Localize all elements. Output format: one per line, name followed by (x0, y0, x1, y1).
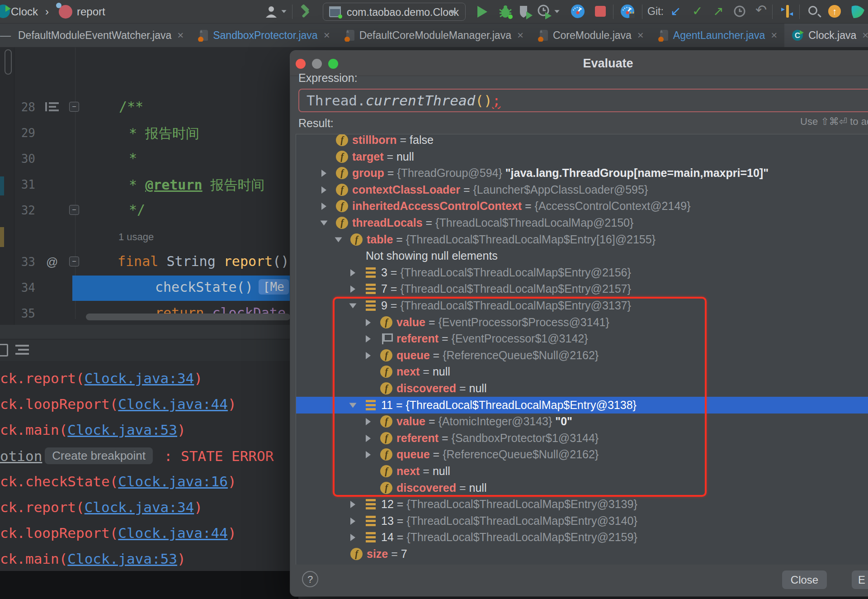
gutter-annotation-icon[interactable]: @ (46, 255, 58, 269)
tree-row[interactable]: 3 = {ThreadLocal$ThreadLocalMap$Entry@21… (296, 264, 868, 281)
stack-trace-link[interactable]: Clock.java:44 (118, 525, 228, 541)
tree-row[interactable]: fsize = 7 (296, 546, 868, 562)
help-button[interactable]: ? (302, 571, 318, 587)
search-icon[interactable] (808, 6, 817, 15)
chevron-collapsed-icon[interactable] (350, 269, 355, 276)
editor-tab-CoreModule.java[interactable]: CoreModule.java× (531, 24, 651, 47)
tree-row[interactable]: fcontextClassLoader = {Launcher$AppClass… (296, 181, 868, 198)
fold-marker-icon[interactable]: − (69, 257, 79, 266)
left-edge-panel (0, 48, 14, 325)
field-icon: f (336, 217, 348, 229)
evaluate-dialog-titlebar[interactable]: Evaluate (290, 51, 868, 76)
code-text: 1 usage (118, 228, 154, 243)
tab-label: SandboxProtector.java (213, 29, 317, 42)
chevron-collapsed-icon[interactable] (350, 534, 355, 541)
tree-row-text: 12 = {ThreadLocal$ThreadLocalMap$Entry@3… (381, 498, 637, 511)
stack-trace-link[interactable]: Clock.java:16 (118, 473, 228, 490)
updates-icon[interactable]: ↑ (828, 5, 841, 18)
stack-trace-line: ck.report(Clock.java:34) (0, 499, 298, 525)
rollback-icon[interactable]: ↶ (755, 4, 767, 16)
run-button[interactable] (477, 6, 487, 18)
git-push-icon[interactable]: ↗ (713, 5, 723, 18)
console-text: ) (228, 396, 236, 412)
profiler-caret[interactable] (554, 10, 559, 13)
tree-row[interactable]: 12 = {ThreadLocal$ThreadLocalMap$Entry@3… (296, 496, 868, 513)
build-hammer-icon[interactable] (298, 5, 313, 19)
tab-close-icon[interactable]: × (517, 29, 524, 42)
tab-close-icon[interactable]: × (771, 29, 777, 42)
tab-close-icon[interactable]: × (177, 29, 184, 42)
stack-trace-link[interactable]: Clock.java:34 (85, 499, 194, 515)
git-pull-icon[interactable]: ↙ (670, 5, 681, 18)
editor-horizontal-scrollbar[interactable] (86, 314, 290, 320)
annotation-highlight-box (333, 297, 707, 497)
profiler-run-icon[interactable] (537, 4, 553, 19)
editor-tab-Clock.java[interactable]: CClock.java× (784, 24, 868, 47)
tree-row[interactable]: fgroup = {ThreadGroup@594} "java.lang.Th… (296, 165, 868, 181)
editor-tab-AgentLauncher.java[interactable]: AgentLauncher.java× (651, 24, 784, 47)
left-scrollbar-thumb[interactable] (5, 49, 12, 75)
chevron-collapsed-icon[interactable] (321, 203, 326, 210)
tree-row[interactable]: finheritedAccessControlContext = {Access… (296, 198, 868, 214)
run-configuration-name: com.taobao.demo.Clock (347, 6, 459, 19)
toolbar-separator (613, 5, 613, 19)
git-commit-icon[interactable]: ✓ (692, 5, 703, 18)
field-icon: f (336, 134, 348, 146)
tab-close-icon[interactable]: × (862, 29, 868, 42)
stack-trace-link[interactable]: Clock.java:34 (85, 370, 194, 386)
tree-row[interactable]: 7 = {ThreadLocal$ThreadLocalMap$Entry@21… (296, 280, 868, 297)
tree-row[interactable]: fthreadLocals = {ThreadLocal$ThreadLocal… (296, 214, 868, 231)
console-text: ck.loopReport( (0, 396, 118, 412)
stop-button[interactable] (595, 6, 606, 17)
tab-close-icon[interactable]: × (637, 29, 644, 42)
chevron-collapsed-icon[interactable] (350, 285, 355, 293)
tree-row[interactable]: Not showing null elements (296, 247, 868, 264)
tree-row[interactable]: fstillborn = false (296, 134, 868, 148)
user-dropdown-caret[interactable] (281, 10, 286, 13)
editor-tab-DefaultModuleEventWatcher.java[interactable]: DefaultModuleEventWatcher.java× (11, 24, 191, 47)
console-text: ) (228, 473, 236, 490)
chevron-expanded-icon[interactable] (321, 221, 328, 226)
user-icon[interactable] (264, 5, 278, 19)
gutter-list-icon[interactable] (45, 102, 59, 113)
breadcrumb-method[interactable]: report (77, 5, 105, 18)
fold-marker-icon[interactable]: − (69, 205, 79, 215)
editor-tab-SandboxProtector.java[interactable]: SandboxProtector.java× (191, 24, 337, 47)
tree-row-text: threadLocals = {ThreadLocal$ThreadLocalM… (352, 216, 633, 229)
stack-trace-link[interactable]: Clock.java:53 (67, 422, 177, 438)
tree-row[interactable]: ftarget = null (296, 148, 868, 165)
tree-row[interactable]: ftable = {ThreadLocal$ThreadLocalMap$Ent… (296, 231, 868, 248)
chevron-expanded-icon[interactable] (335, 238, 342, 242)
stack-trace-line: ck.report(Clock.java:34) (0, 370, 298, 396)
inline-debugger-hint[interactable]: [Me (259, 279, 289, 295)
gutter-mark-olive (0, 227, 4, 247)
chevron-collapsed-icon[interactable] (321, 186, 326, 194)
analyze-gauge-icon[interactable] (571, 4, 585, 19)
breadcrumb-class[interactable]: Clock (11, 5, 38, 18)
create-breakpoint-button[interactable]: Create breakpoint (45, 447, 153, 464)
tree-row[interactable]: 13 = {ThreadLocal$ThreadLocalMap$Entry@3… (296, 513, 868, 529)
chevron-collapsed-icon[interactable] (350, 518, 355, 525)
tree-row[interactable]: 14 = {ThreadLocal$ThreadLocalMap$Entry@2… (296, 529, 868, 546)
diff-icon[interactable] (780, 4, 794, 19)
evaluate-button[interactable]: E (852, 570, 868, 589)
editor-line-30: 30* (0, 147, 290, 172)
run-coverage-icon[interactable] (518, 4, 533, 19)
close-button[interactable]: Close (782, 570, 827, 589)
stack-trace-link[interactable]: Clock.java:44 (118, 396, 228, 412)
tab-close-icon[interactable]: × (324, 29, 330, 42)
chevron-collapsed-icon[interactable] (350, 501, 355, 508)
layout-settings-icon[interactable] (15, 345, 29, 356)
expression-input[interactable]: Thread.currentThread(); (298, 89, 868, 112)
attach-profiler-icon[interactable] (619, 4, 637, 20)
console-view-icon[interactable] (0, 344, 8, 357)
history-icon[interactable] (734, 5, 745, 17)
stack-trace-link[interactable]: Clock.java:53 (67, 551, 177, 567)
run-configuration-select[interactable]: com.taobao.demo.Clock (323, 3, 466, 21)
fold-marker-icon[interactable]: − (69, 102, 79, 112)
chevron-collapsed-icon[interactable] (321, 170, 326, 177)
tabbar-lead-icon[interactable]: — (0, 24, 11, 47)
tree-row-text: group = {ThreadGroup@594} "java.lang.Thr… (352, 166, 769, 180)
debug-button[interactable] (498, 4, 514, 19)
editor-tab-DefaultCoreModuleManager.java[interactable]: DefaultCoreModuleManager.java× (337, 24, 531, 47)
